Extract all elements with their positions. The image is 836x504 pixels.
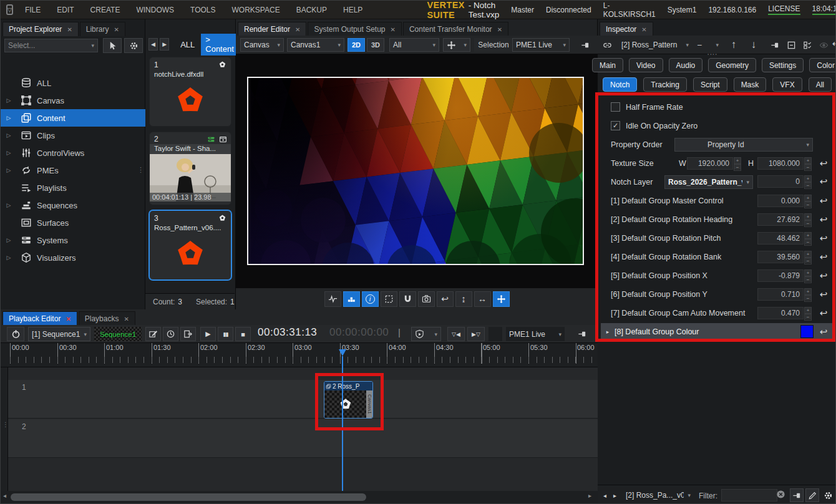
stop-button[interactable]: ■ xyxy=(235,327,251,341)
reset-icon[interactable]: ↩ xyxy=(817,233,830,244)
expander-icon[interactable]: ▸ xyxy=(601,329,615,335)
tab-audio[interactable]: Audio xyxy=(669,58,703,72)
property-stepper[interactable]: +− xyxy=(804,213,812,226)
selection-mode-button[interactable]: Selection xyxy=(474,38,513,52)
pause-button[interactable]: ▮▮ xyxy=(218,327,233,341)
thumbnail-overlay-button[interactable] xyxy=(343,291,360,307)
scroll-right-button[interactable]: ▸ xyxy=(588,492,591,499)
tab-all[interactable]: All xyxy=(809,77,832,92)
reset-icon[interactable]: ↩ xyxy=(817,214,830,225)
texture-height-stepper[interactable]: +− xyxy=(804,157,812,170)
next-object-button[interactable]: ↓ xyxy=(745,37,762,53)
sequence-preview[interactable]: Sequence1 xyxy=(94,327,142,341)
timeline-ruler[interactable]: 00:00 00:30 01:00 01:30 02:00 02:30 03:0… xyxy=(1,343,598,367)
pin-button[interactable] xyxy=(578,38,593,52)
cue-previous-button[interactable]: ▽◀ xyxy=(447,327,465,341)
mode-3d-button[interactable]: 3D xyxy=(367,38,384,52)
settings-button[interactable] xyxy=(821,488,835,502)
property-stepper[interactable]: +− xyxy=(804,288,812,301)
track-lane-1[interactable]: 1 xyxy=(8,380,598,419)
canvas-mode-dropdown[interactable]: Canvas▾ xyxy=(240,38,284,52)
tab-project-explorer[interactable]: Project Explorer✕ xyxy=(2,22,79,36)
tab-tracking[interactable]: Tracking xyxy=(643,77,687,92)
content-item-video[interactable]: 2 Taylor Swift - Sha... 00:04:01:13 | 23… xyxy=(149,132,231,205)
half-frame-rate-checkbox[interactable]: ✓ xyxy=(611,102,620,112)
snapshot-button[interactable] xyxy=(418,291,435,307)
expander-icon[interactable]: ▷ xyxy=(1,115,17,121)
track-lane-2[interactable]: 2 xyxy=(8,419,598,458)
pin-button[interactable] xyxy=(790,488,804,502)
select-dropdown[interactable]: Select...▾ xyxy=(4,39,98,52)
texture-height-field[interactable]: 1080.000 xyxy=(757,157,804,170)
reset-icon[interactable]: ↩ xyxy=(817,270,830,281)
performance-graph-button[interactable] xyxy=(324,291,341,307)
edit-button[interactable] xyxy=(805,488,819,502)
sidebar-item-sequences[interactable]: ▷Sequences xyxy=(1,196,145,214)
pan-tool-button[interactable] xyxy=(493,291,510,307)
goto-end-button[interactable] xyxy=(180,327,196,341)
property-stepper[interactable]: +− xyxy=(804,269,812,282)
nav-forward-button[interactable]: ▶ xyxy=(160,38,169,51)
expander-icon[interactable]: ▷ xyxy=(1,254,17,261)
snap-button[interactable] xyxy=(399,291,416,307)
content-item-notchlive[interactable]: 1 notchLive.dfxdll xyxy=(149,57,231,127)
history-back-button[interactable]: ◂ xyxy=(600,488,610,502)
sequence-dropdown[interactable]: [1] Sequence1▾ xyxy=(28,327,90,341)
history-object-dropdown[interactable]: [2] Ross_Pa..._v0...▾ xyxy=(623,488,694,502)
tab-geometry[interactable]: Geometry xyxy=(708,58,756,72)
sidebar-item-systems[interactable]: ▷Systems xyxy=(1,231,145,249)
notch-layer-stepper[interactable]: +− xyxy=(804,175,812,188)
filter-input[interactable] xyxy=(721,489,777,502)
cue-next-button[interactable]: ▶▽ xyxy=(467,327,485,341)
sidebar-item-clips[interactable]: ▷Clips xyxy=(1,127,145,144)
expander-icon[interactable]: ▷ xyxy=(1,167,17,173)
tab-playback-editor[interactable]: Playback Editor✕ xyxy=(2,311,77,326)
sidebar-item-surfaces[interactable]: Surfaces xyxy=(1,214,145,231)
nav-back-button[interactable]: ◀ xyxy=(148,38,158,51)
property-stepper[interactable]: +− xyxy=(804,251,812,263)
property-value-field[interactable]: 39.560 xyxy=(757,251,804,263)
fit-vertical-button[interactable]: ↨ xyxy=(455,291,472,307)
menu-create[interactable]: CREATE xyxy=(82,1,129,19)
texture-width-field[interactable]: 1920.000 xyxy=(687,157,733,170)
menu-windows[interactable]: WINDOWS xyxy=(128,1,182,19)
property-stepper[interactable]: +− xyxy=(804,232,812,245)
tab-video[interactable]: Video xyxy=(629,58,663,72)
playhead-marker[interactable] xyxy=(339,349,346,356)
cue-mode-dropdown[interactable]: ▾ xyxy=(411,327,441,341)
sidebar-item-pmes[interactable]: ▷PMEs xyxy=(1,162,145,179)
pme-live-dropdown[interactable]: PME1 Live▾ xyxy=(512,38,570,52)
close-icon[interactable]: ✕ xyxy=(391,26,396,33)
close-icon[interactable]: ✕ xyxy=(497,26,502,33)
slot-dropdown[interactable]: –▾ xyxy=(694,38,722,52)
notch-layer-field[interactable]: 0 xyxy=(757,175,804,188)
playhead-line[interactable] xyxy=(342,367,343,491)
reset-icon[interactable]: ↩ xyxy=(817,251,830,263)
tab-settings[interactable]: Settings xyxy=(762,58,804,72)
property-value-field[interactable]: 0.000 xyxy=(757,195,804,207)
expander-icon[interactable]: ▷ xyxy=(1,237,17,243)
close-icon[interactable]: ✕ xyxy=(67,26,72,33)
sidebar-item-content[interactable]: ▷Content xyxy=(1,109,145,127)
tab-vfx[interactable]: VFX xyxy=(772,77,802,92)
timeline-scrollbar[interactable]: ◂ ▸ xyxy=(1,491,598,503)
link-icon[interactable] xyxy=(603,41,612,50)
tab-render-editor[interactable]: Render Editor✕ xyxy=(238,22,306,36)
property-order-dropdown[interactable]: Property Id▾ xyxy=(674,138,813,152)
expander-icon[interactable]: ▷ xyxy=(1,150,17,156)
menu-backup[interactable]: BACKUP xyxy=(288,1,335,19)
reset-icon[interactable]: ↩ xyxy=(817,195,830,206)
fit-horizontal-button[interactable]: ↔ xyxy=(474,291,491,307)
idle-on-opacity-zero-checkbox[interactable]: ✓ xyxy=(611,121,620,130)
timecode-settings-button[interactable] xyxy=(163,327,178,341)
tab-inspector[interactable]: Inspector✕ xyxy=(600,22,653,36)
timeline-track-area[interactable]: ⋮ 1 2 2 Ross_P Canvas1 xyxy=(1,367,598,491)
reset-icon[interactable]: ↩ xyxy=(817,289,830,300)
info-overlay-button[interactable]: i xyxy=(362,291,379,307)
property-value-field[interactable]: 48.462 xyxy=(757,232,804,245)
transform-tool-dropdown[interactable]: ▾ xyxy=(443,38,470,52)
prev-object-button[interactable]: ↑ xyxy=(725,37,742,53)
edit-sequence-button[interactable] xyxy=(145,327,161,341)
property-list-button[interactable] xyxy=(800,38,815,52)
panel-splitter-handle[interactable]: ⋮ xyxy=(137,166,143,174)
